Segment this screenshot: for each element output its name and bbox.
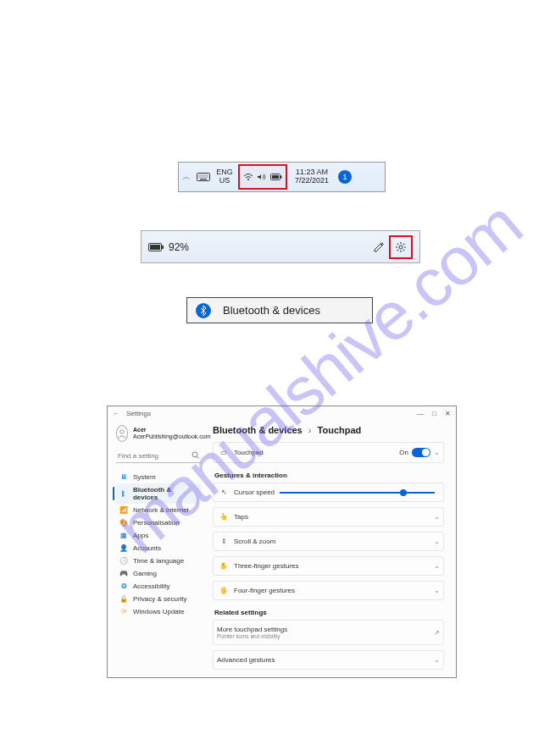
- touchpad-toggle-row[interactable]: ▭ Touchpad On ⌄: [213, 442, 444, 463]
- nav-label: System: [133, 473, 156, 481]
- svg-rect-16: [280, 176, 282, 179]
- row-label: Four-finger gestures: [234, 587, 295, 594]
- sidebar-item-personalisation[interactable]: 🎨Personalisation: [116, 516, 201, 529]
- nav-icon: 📶: [119, 506, 128, 514]
- chevron-down-icon: ⌄: [434, 562, 440, 570]
- nav-label: Network & internet: [133, 506, 189, 514]
- chevron-down-icon: ⌄: [434, 587, 440, 594]
- chevron-down-icon: ⌄: [434, 513, 440, 521]
- language-indicator[interactable]: ENG US: [213, 168, 236, 185]
- row-three-finger-gestures[interactable]: ✋Three-finger gestures⌄: [213, 556, 444, 576]
- nav-icon: 🔒: [119, 595, 128, 603]
- sidebar-item-bluetooth-devices[interactable]: ᛒBluetooth & devices: [116, 483, 201, 504]
- nav-icon: 🖥: [119, 473, 128, 481]
- system-tray-highlighted[interactable]: [238, 164, 287, 190]
- settings-icon-highlighted[interactable]: [389, 235, 413, 259]
- battery-icon[interactable]: [270, 174, 282, 180]
- search-icon: [192, 451, 199, 459]
- close-button[interactable]: ✕: [445, 410, 451, 417]
- tray-overflow-chevron-icon[interactable]: ︿: [179, 171, 194, 183]
- battery-icon: [148, 243, 164, 251]
- svg-rect-17: [272, 175, 279, 179]
- row-label: Three-finger gestures: [234, 562, 298, 570]
- sidebar-item-apps[interactable]: ▦Apps: [116, 529, 201, 542]
- sidebar-item-gaming[interactable]: 🎮Gaming: [116, 567, 201, 580]
- section-related: Related settings: [214, 609, 444, 616]
- svg-point-8: [198, 176, 199, 177]
- edit-icon[interactable]: [369, 237, 389, 257]
- sidebar: Acer AcerPublishing@outlook.com 🖥Systemᛒ…: [108, 420, 208, 677]
- titlebar: ← Settings — □ ✕: [108, 406, 456, 420]
- chevron-down-icon: ⌄: [434, 656, 440, 664]
- nav-list: 🖥SystemᛒBluetooth & devices📶Network & in…: [116, 471, 201, 618]
- advanced-label: Advanced gestures: [217, 656, 275, 664]
- back-button[interactable]: ←: [113, 410, 119, 417]
- notification-badge[interactable]: 1: [338, 170, 352, 184]
- lang-secondary: US: [213, 177, 236, 185]
- clock[interactable]: 11:23 AM 7/22/2021: [291, 168, 333, 185]
- sidebar-item-privacy-security[interactable]: 🔒Privacy & security: [116, 593, 201, 605]
- related-label: More touchpad settings: [217, 626, 287, 633]
- date-text: 7/22/2021: [291, 177, 333, 185]
- sidebar-item-accounts[interactable]: 👤Accounts: [116, 542, 201, 555]
- account-block[interactable]: Acer AcerPublishing@outlook.com: [116, 425, 201, 442]
- nav-icon: 🎨: [119, 519, 128, 527]
- row-cursor-speed[interactable]: ↖Cursor speed: [213, 483, 444, 502]
- svg-rect-19: [162, 246, 164, 249]
- row-taps[interactable]: 👆Taps⌄: [213, 507, 444, 527]
- row-icon: 🖐: [217, 587, 230, 594]
- svg-point-3: [200, 174, 201, 175]
- maximize-button[interactable]: □: [432, 410, 436, 417]
- toggle-switch[interactable]: [412, 448, 430, 457]
- row-four-finger-gestures[interactable]: 🖐Four-finger gestures⌄: [213, 581, 444, 600]
- sidebar-item-time-language[interactable]: 🕒Time & language: [116, 555, 201, 567]
- crumb-parent[interactable]: Bluetooth & devices: [213, 425, 303, 435]
- svg-rect-20: [150, 245, 160, 250]
- wifi-icon[interactable]: [243, 173, 253, 181]
- svg-point-22: [120, 430, 124, 433]
- nav-icon: ᛒ: [119, 490, 128, 498]
- svg-point-23: [192, 452, 197, 457]
- avatar-icon: [116, 425, 128, 442]
- minimize-button[interactable]: —: [417, 410, 424, 417]
- search-input[interactable]: [116, 450, 201, 463]
- nav-icon: 👤: [119, 544, 128, 552]
- svg-point-6: [205, 174, 206, 175]
- account-name: Acer: [133, 427, 211, 433]
- row-icon: ⇕: [217, 538, 230, 545]
- row-label: Cursor speed: [234, 488, 275, 496]
- advanced-gestures-row[interactable]: Advanced gestures ⌄: [213, 650, 444, 670]
- volume-icon[interactable]: [257, 173, 267, 181]
- row-icon: 👆: [217, 513, 230, 521]
- nav-label: Personalisation: [133, 519, 180, 527]
- row-scroll-zoom[interactable]: ⇕Scroll & zoom⌄: [213, 532, 444, 551]
- bluetooth-devices-nav[interactable]: Bluetooth & devices: [186, 297, 373, 323]
- chevron-down-icon[interactable]: ⌄: [434, 449, 440, 456]
- search-box[interactable]: [116, 450, 201, 463]
- nav-label: Privacy & security: [133, 595, 187, 603]
- row-label: Scroll & zoom: [234, 538, 275, 545]
- sidebar-item-network-internet[interactable]: 📶Network & internet: [116, 504, 201, 516]
- taskbar: ︿ ENG US 11:23 AM 7/22/2021 1: [178, 162, 386, 192]
- sidebar-item-accessibility[interactable]: ❂Accessibility: [116, 580, 201, 593]
- nav-icon: 🎮: [119, 570, 128, 577]
- touch-keyboard-icon[interactable]: [194, 173, 213, 181]
- svg-rect-1: [200, 179, 207, 179]
- more-touchpad-settings-row[interactable]: More touchpad settings Pointer icons and…: [213, 620, 444, 645]
- sidebar-item-windows-update[interactable]: ⟳Windows Update: [116, 605, 201, 618]
- section-gestures: Gestures & interaction: [214, 472, 444, 479]
- breadcrumb: Bluetooth & devices › Touchpad: [213, 425, 444, 435]
- touchpad-label: Touchpad: [234, 449, 264, 456]
- cursor-speed-slider[interactable]: [280, 492, 435, 494]
- svg-point-21: [399, 246, 403, 249]
- svg-point-9: [200, 176, 201, 177]
- svg-point-2: [198, 174, 199, 175]
- battery-percent: 92%: [169, 241, 189, 253]
- nav-icon: 🕒: [119, 557, 128, 565]
- nav-label: Time & language: [133, 557, 184, 565]
- row-icon: ↖: [217, 488, 230, 496]
- sidebar-item-system[interactable]: 🖥System: [116, 471, 201, 483]
- battery-status[interactable]: 92%: [148, 241, 189, 253]
- external-link-icon: ↗: [434, 629, 440, 637]
- toggle-state-text: On: [399, 449, 408, 456]
